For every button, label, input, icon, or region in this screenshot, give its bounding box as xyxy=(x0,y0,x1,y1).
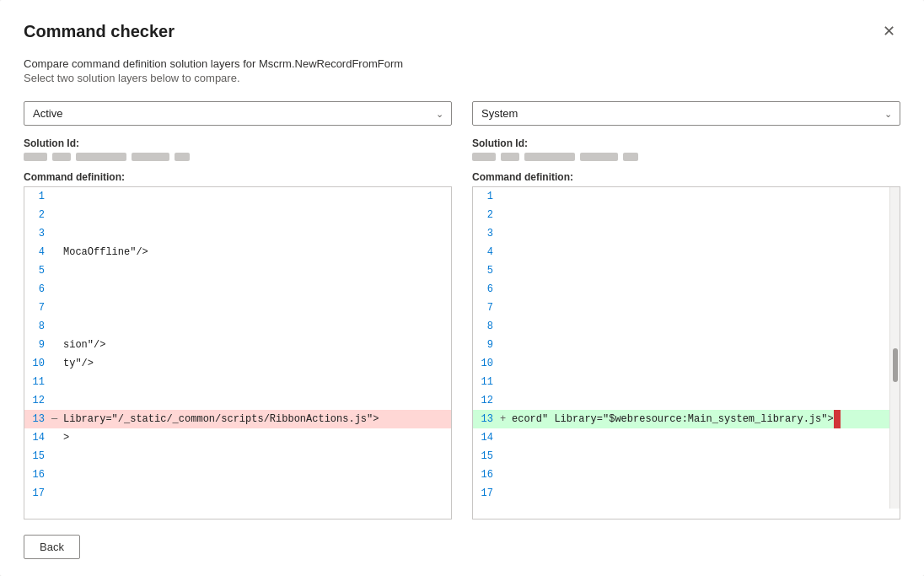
line-prefix: + xyxy=(500,410,512,428)
line-number: 13 xyxy=(473,410,500,428)
line-number: 16 xyxy=(473,466,500,484)
back-button[interactable]: Back xyxy=(24,535,80,559)
table-row: 11 xyxy=(473,373,900,391)
table-row: 4 xyxy=(473,243,900,261)
dialog-subtitle: Compare command definition solution laye… xyxy=(24,57,900,70)
table-row: 15 xyxy=(473,447,900,466)
right-panel: System ⌄ Solution Id: Command definition… xyxy=(472,101,900,519)
right-solution-id-value xyxy=(472,153,900,161)
table-row: 2 xyxy=(473,206,900,224)
line-number: 15 xyxy=(24,447,51,466)
left-solution-id-label: Solution Id: xyxy=(24,137,452,149)
line-number: 11 xyxy=(473,373,500,391)
table-row: 7 xyxy=(24,299,451,317)
line-number: 12 xyxy=(473,391,500,410)
line-number: 1 xyxy=(24,187,51,206)
left-id-block-3 xyxy=(76,153,126,161)
dialog-footer: Back xyxy=(24,535,900,559)
left-id-block-5 xyxy=(175,153,190,161)
right-vscrollbar[interactable] xyxy=(889,187,900,509)
left-id-block-4 xyxy=(132,153,169,161)
dialog-title: Command checker xyxy=(24,22,175,41)
line-number: 4 xyxy=(473,243,500,261)
table-row: 9 xyxy=(473,336,900,354)
right-code-scroll[interactable]: 12345678910111213+ecord" Library="$webre… xyxy=(473,187,900,519)
table-row: 1 xyxy=(24,187,451,206)
left-id-block-2 xyxy=(52,153,71,161)
table-row: 17 xyxy=(473,484,900,503)
left-solution-id-value xyxy=(24,153,452,161)
line-number: 12 xyxy=(24,391,51,410)
table-row: 17 xyxy=(24,484,451,503)
line-number: 3 xyxy=(24,224,51,243)
table-row: 5 xyxy=(24,261,451,280)
right-dropdown-wrapper[interactable]: System ⌄ xyxy=(472,101,900,126)
table-row: 3 xyxy=(24,224,451,243)
right-dropdown[interactable]: System xyxy=(472,101,900,126)
right-solution-id-label: Solution Id: xyxy=(472,137,900,149)
left-code-lines: 1234MocaOffline"/>56789sion"/>10ty"/>111… xyxy=(24,187,451,503)
compare-area: Active ⌄ Solution Id: Command definition… xyxy=(24,101,900,519)
line-number: 14 xyxy=(473,428,500,447)
right-scrollbar[interactable] xyxy=(473,519,900,519)
left-id-block-1 xyxy=(24,153,47,161)
table-row: 15 xyxy=(24,447,451,466)
table-row: 1 xyxy=(473,187,900,206)
table-row: 6 xyxy=(24,280,451,299)
line-number: 9 xyxy=(24,336,51,354)
line-number: 16 xyxy=(24,466,51,484)
dialog-header: Command checker ✕ xyxy=(24,20,900,42)
line-number: 3 xyxy=(473,224,500,243)
line-number: 14 xyxy=(24,428,51,447)
table-row: 8 xyxy=(473,317,900,336)
line-number: 4 xyxy=(24,243,51,261)
line-number: 7 xyxy=(24,299,51,317)
line-number: 17 xyxy=(473,484,500,503)
line-number: 6 xyxy=(24,280,51,299)
table-row: 4MocaOffline"/> xyxy=(24,243,451,261)
left-code-scroll[interactable]: 1234MocaOffline"/>56789sion"/>10ty"/>111… xyxy=(24,187,451,519)
line-number: 2 xyxy=(24,206,51,224)
table-row: 10 xyxy=(473,354,900,373)
right-code-lines: 12345678910111213+ecord" Library="$webre… xyxy=(473,187,900,503)
table-row: 16 xyxy=(473,466,900,484)
line-number: 6 xyxy=(473,280,500,299)
left-cmd-def-label: Command definition: xyxy=(24,171,452,183)
close-button[interactable]: ✕ xyxy=(878,20,900,42)
left-dropdown-wrapper[interactable]: Active ⌄ xyxy=(24,101,452,126)
table-row: 8 xyxy=(24,317,451,336)
table-row: 14 xyxy=(473,428,900,447)
table-row: 12 xyxy=(24,391,451,410)
line-prefix: — xyxy=(51,410,63,428)
table-row: 2 xyxy=(24,206,451,224)
table-row: 16 xyxy=(24,466,451,484)
line-number: 9 xyxy=(473,336,500,354)
line-content: sion"/> xyxy=(63,336,105,354)
command-checker-dialog: Command checker ✕ Compare command defini… xyxy=(0,0,924,576)
diff-marker xyxy=(834,410,841,428)
table-row: 10ty"/> xyxy=(24,354,451,373)
dialog-hint: Select two solution layers below to comp… xyxy=(24,72,900,84)
table-row: 3 xyxy=(473,224,900,243)
right-cmd-def-label: Command definition: xyxy=(472,171,900,183)
line-number: 8 xyxy=(24,317,51,336)
table-row: 5 xyxy=(473,261,900,280)
table-row: 13— Library="/_static/_common/scripts/Ri… xyxy=(24,410,451,428)
right-vscroll-thumb[interactable] xyxy=(893,348,898,382)
line-number: 10 xyxy=(473,354,500,373)
left-code-area[interactable]: 1234MocaOffline"/>56789sion"/>10ty"/>111… xyxy=(24,186,452,519)
line-number: 5 xyxy=(24,261,51,280)
line-number: 11 xyxy=(24,373,51,391)
line-number: 17 xyxy=(24,484,51,503)
table-row: 14> xyxy=(24,428,451,447)
line-content: ecord" Library="$webresource:Main_system… xyxy=(512,410,834,428)
line-number: 8 xyxy=(473,317,500,336)
left-scrollbar[interactable] xyxy=(24,519,451,519)
left-dropdown[interactable]: Active xyxy=(24,101,452,126)
table-row: 9sion"/> xyxy=(24,336,451,354)
right-id-block-4 xyxy=(580,153,618,161)
table-row: 7 xyxy=(473,299,900,317)
right-code-area[interactable]: 12345678910111213+ecord" Library="$webre… xyxy=(472,186,900,519)
line-number: 5 xyxy=(473,261,500,280)
line-number: 1 xyxy=(473,187,500,206)
